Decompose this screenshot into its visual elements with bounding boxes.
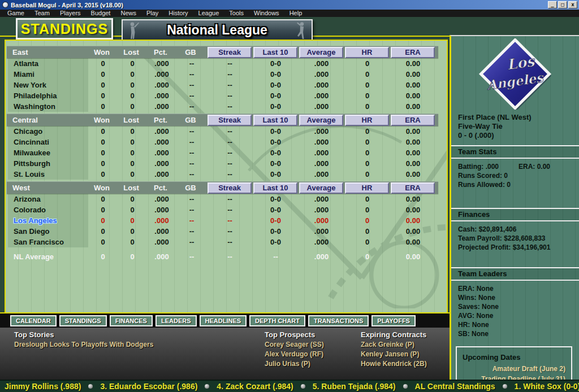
stat-button-average[interactable]: Average — [299, 182, 343, 194]
menu-league[interactable]: League — [193, 10, 224, 17]
stat-button-streak[interactable]: Streak — [208, 47, 252, 58]
team-stat-value: 0 — [88, 216, 118, 225]
team-name[interactable]: New York — [8, 80, 88, 90]
league-title: National League — [140, 23, 295, 38]
team-name[interactable]: Washington — [8, 101, 88, 112]
average-stat-value: -- — [176, 252, 207, 261]
menu-players[interactable]: Players — [55, 10, 86, 17]
stat-button-hr[interactable]: HR — [345, 47, 389, 58]
close-button[interactable]: x — [568, 1, 577, 8]
menu-team[interactable]: Team — [29, 10, 55, 17]
team-stat-value: -- — [207, 102, 253, 111]
team-stat-value: .000 — [299, 159, 344, 168]
team-leaders-header: Team Leaders — [451, 267, 579, 281]
team-logo: Los Angeles — [478, 38, 552, 110]
stat-button-streak[interactable]: Streak — [208, 115, 252, 126]
team-name[interactable]: Los Angeles — [8, 215, 88, 226]
menu-tools[interactable]: Tools — [224, 10, 249, 17]
top-prospects-title: Top Prospects — [265, 330, 324, 339]
team-name[interactable]: Cincinnati — [8, 137, 88, 147]
tab-calendar[interactable]: CALENDAR — [10, 315, 57, 326]
menu-play[interactable]: Play — [141, 10, 163, 17]
team-name[interactable]: San Diego — [8, 226, 88, 237]
stat-button-last-10[interactable]: Last 10 — [253, 182, 297, 194]
prospect-link[interactable]: Julio Urias (P) — [265, 359, 324, 369]
menu-history[interactable]: History — [163, 10, 193, 17]
stat-button-streak[interactable]: Streak — [208, 182, 252, 194]
menu-news[interactable]: News — [115, 10, 141, 17]
team-stat-value: .000 — [147, 170, 176, 178]
team-stat-value: 0.00 — [390, 70, 436, 79]
tab-leaders[interactable]: LEADERS — [155, 315, 197, 326]
league-banner[interactable]: National League — [122, 19, 313, 41]
stat-button-era[interactable]: ERA — [391, 182, 435, 194]
stat-button-average[interactable]: Average — [299, 115, 343, 126]
prospect-link[interactable]: Alex Verdugo (RF) — [265, 350, 324, 359]
team-stat-value: 0 — [88, 170, 118, 178]
maximize-button[interactable]: □ — [558, 1, 567, 8]
tab-headlines[interactable]: HEADLINES — [200, 315, 247, 326]
team-stat-value: -- — [207, 170, 253, 178]
team-name[interactable]: Miami — [8, 69, 88, 80]
menu-help[interactable]: Help — [284, 10, 308, 17]
stat-button-hr[interactable]: HR — [345, 182, 389, 194]
team-stat-value: 0-0 — [253, 127, 299, 136]
menu-windows[interactable]: Windows — [249, 10, 284, 17]
team-stat-value: 0 — [88, 92, 118, 100]
team-stat-value: 0 — [88, 238, 118, 246]
news-ticker[interactable]: Jimmy Rollins (.988)3. Eduardo Escobar (… — [0, 380, 579, 392]
story-link[interactable]: Dreslough Looks To Playoffs With Dodgers — [14, 340, 153, 350]
team-name[interactable]: St. Louis — [8, 169, 88, 180]
team-stat-value: -- — [176, 195, 207, 203]
ticker-item[interactable]: 1. White Sox (0-0) — [515, 382, 579, 391]
team-name[interactable]: Arizona — [8, 194, 88, 204]
team-stat-value: 0-0 — [253, 149, 299, 157]
ticker-item[interactable]: AL Central Standings — [415, 382, 495, 391]
team-stat-value: .000 — [299, 149, 344, 157]
team-name[interactable]: Milwaukee — [8, 147, 88, 158]
contract-link[interactable]: Howie Kendrick (2B) — [361, 359, 427, 369]
tab-depth-chart[interactable]: DEPTH CHART — [249, 315, 305, 326]
menu-budget[interactable]: Budget — [86, 10, 116, 17]
ticker-item[interactable]: 3. Eduardo Escobar (.986) — [100, 382, 197, 391]
app-icon — [2, 2, 8, 8]
menu-game[interactable]: Game — [2, 10, 29, 17]
tab-transactions[interactable]: TRANSACTIONS — [308, 315, 369, 326]
upcoming-dates-title: Upcoming Dates — [463, 353, 565, 361]
average-stat-value: -- — [253, 252, 299, 261]
ticker-item[interactable]: 5. Ruben Tejada (.984) — [313, 382, 396, 391]
team-row-new-york: New York00.000----0-0.00000.00 — [6, 80, 447, 90]
team-name[interactable]: Atlanta — [8, 58, 88, 69]
team-name[interactable]: Colorado — [8, 204, 88, 215]
stat-button-last-10[interactable]: Last 10 — [253, 47, 297, 58]
team-stat-value: 0 — [118, 149, 147, 157]
stat-button-hr[interactable]: HR — [345, 115, 389, 126]
team-stat-line: Runs Scored: 0 — [458, 171, 579, 180]
team-name[interactable]: San Francisco — [8, 237, 88, 247]
tab-playoffs[interactable]: PLAYOFFS — [371, 315, 416, 326]
team-name[interactable]: Chicago — [8, 126, 88, 137]
tab-standings[interactable]: STANDINGS — [59, 315, 107, 326]
contract-link[interactable]: Kenley Jansen (P) — [361, 350, 427, 359]
minimize-button[interactable]: _ — [548, 1, 557, 8]
pitcher-icon — [295, 21, 307, 40]
team-stat-value: -- — [176, 70, 207, 79]
team-stat-value: -- — [207, 81, 253, 89]
tab-finances[interactable]: FINANCES — [110, 315, 153, 326]
prospect-link[interactable]: Corey Seager (SS) — [265, 340, 324, 350]
ticker-item[interactable]: Jimmy Rollins (.988) — [5, 382, 81, 391]
team-stat-value: .000 — [147, 92, 176, 100]
team-stats-header: Team Stats — [451, 145, 579, 159]
team-stat-value: 0-0 — [253, 170, 299, 178]
stat-button-last-10[interactable]: Last 10 — [253, 115, 297, 126]
stat-button-era[interactable]: ERA — [391, 47, 435, 58]
stat-button-era[interactable]: ERA — [391, 115, 435, 126]
ticker-item[interactable]: 4. Zack Cozart (.984) — [217, 382, 293, 391]
team-stat-value: 0 — [344, 92, 390, 100]
team-name[interactable]: Philadelphia — [8, 90, 88, 101]
team-name[interactable]: Pittsburgh — [8, 158, 88, 169]
average-row-label: NL Average — [8, 251, 88, 262]
stat-button-average[interactable]: Average — [299, 47, 343, 58]
team-stat-value: 0 — [118, 102, 147, 111]
contract-link[interactable]: Zack Greinke (P) — [361, 340, 427, 350]
